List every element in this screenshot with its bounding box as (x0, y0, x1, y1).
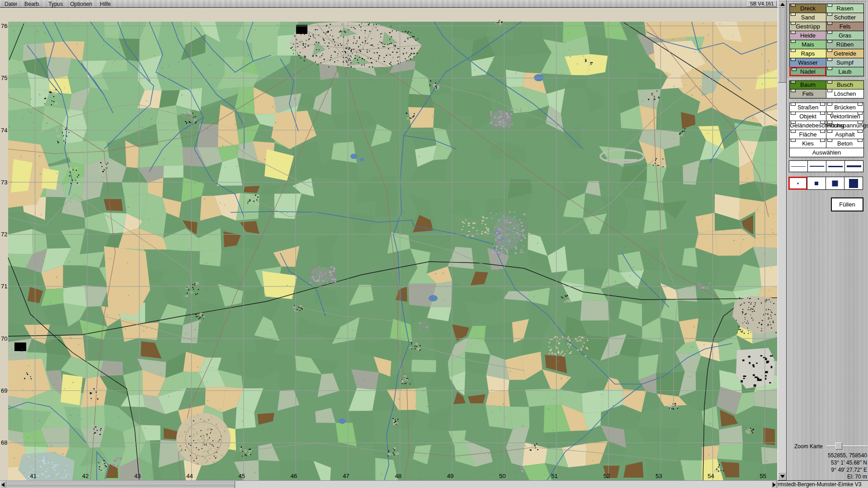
svg-text:76: 76 (1, 23, 7, 29)
svg-text:68: 68 (1, 439, 7, 446)
svg-text:48: 48 (395, 473, 401, 479)
svg-text:46: 46 (291, 473, 297, 479)
svg-text:70: 70 (1, 335, 7, 342)
svg-text:72: 72 (1, 231, 7, 238)
svg-text:53: 53 (656, 473, 662, 479)
svg-text:43: 43 (134, 473, 141, 479)
svg-text:69: 69 (1, 387, 7, 394)
svg-text:51: 51 (551, 473, 557, 479)
svg-text:45: 45 (239, 473, 245, 479)
svg-text:71: 71 (1, 283, 7, 290)
svg-text:50: 50 (499, 473, 505, 479)
svg-text:55: 55 (760, 473, 766, 479)
svg-text:42: 42 (82, 473, 89, 479)
svg-text:75: 75 (1, 75, 7, 81)
svg-text:54: 54 (708, 473, 714, 479)
svg-text:47: 47 (343, 473, 349, 479)
svg-text:49: 49 (447, 473, 453, 479)
svg-text:44: 44 (186, 473, 193, 479)
svg-text:74: 74 (1, 127, 7, 134)
svg-text:41: 41 (30, 473, 36, 479)
svg-text:52: 52 (604, 473, 610, 479)
svg-text:73: 73 (1, 179, 7, 186)
